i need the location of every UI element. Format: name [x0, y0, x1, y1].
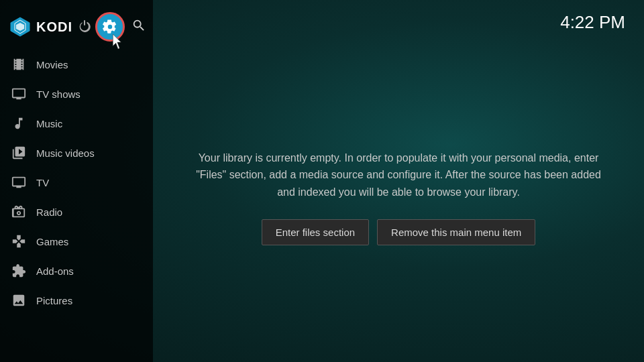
- pictures-icon: [11, 292, 27, 308]
- sidebar-item-tv-shows[interactable]: TV shows: [0, 79, 153, 109]
- settings-button[interactable]: [95, 12, 125, 42]
- header-icons: [78, 12, 146, 42]
- games-icon: [11, 233, 27, 249]
- addons-icon: [11, 263, 27, 279]
- power-button[interactable]: [78, 19, 91, 36]
- sidebar-item-games[interactable]: Games: [0, 227, 153, 256]
- sidebar: KODI: [0, 0, 153, 362]
- gear-icon: [103, 19, 117, 34]
- music-label: Music: [36, 118, 62, 129]
- sidebar-item-pictures[interactable]: Pictures: [0, 286, 153, 315]
- sidebar-item-movies[interactable]: Movies: [0, 50, 153, 79]
- app-title: KODI: [36, 19, 72, 35]
- content-area: Your library is currently empty. In orde…: [153, 33, 644, 362]
- sidebar-item-radio[interactable]: Radio: [0, 197, 153, 227]
- sidebar-nav: Movies TV shows Music: [0, 50, 153, 315]
- sidebar-item-add-ons[interactable]: Add-ons: [0, 256, 153, 286]
- movies-icon: [11, 56, 27, 72]
- cursor-icon: [111, 34, 125, 49]
- action-buttons: Enter files section Remove this main men…: [262, 219, 536, 245]
- sidebar-item-tv[interactable]: TV: [0, 168, 153, 197]
- clock: 4:22 PM: [560, 12, 625, 33]
- add-ons-label: Add-ons: [36, 265, 74, 277]
- pictures-label: Pictures: [36, 295, 72, 306]
- games-label: Games: [36, 236, 68, 247]
- svg-marker-3: [113, 34, 121, 49]
- tv-icon: [11, 174, 27, 190]
- enter-files-button[interactable]: Enter files section: [262, 219, 369, 245]
- main-area: 4:22 PM Your library is currently empty.…: [153, 0, 644, 362]
- tv-label: TV: [36, 177, 49, 188]
- topbar: 4:22 PM: [153, 0, 644, 33]
- sidebar-item-music[interactable]: Music: [0, 109, 153, 138]
- library-message: Your library is currently empty. In orde…: [193, 149, 604, 201]
- kodi-logo: KODI: [9, 16, 72, 38]
- tv-shows-label: TV shows: [36, 88, 80, 100]
- music-videos-label: Music videos: [36, 147, 95, 159]
- movies-label: Movies: [36, 59, 68, 70]
- radio-icon: [11, 204, 27, 220]
- kodi-logo-icon: [9, 16, 31, 38]
- sidebar-item-music-videos[interactable]: Music videos: [0, 138, 153, 168]
- music-icon: [11, 115, 27, 131]
- tv-shows-icon: [11, 86, 27, 102]
- remove-menu-item-button[interactable]: Remove this main menu item: [377, 219, 535, 245]
- radio-label: Radio: [36, 206, 62, 218]
- sidebar-header: KODI: [0, 7, 153, 50]
- search-button[interactable]: [131, 18, 146, 36]
- music-videos-icon: [11, 145, 27, 161]
